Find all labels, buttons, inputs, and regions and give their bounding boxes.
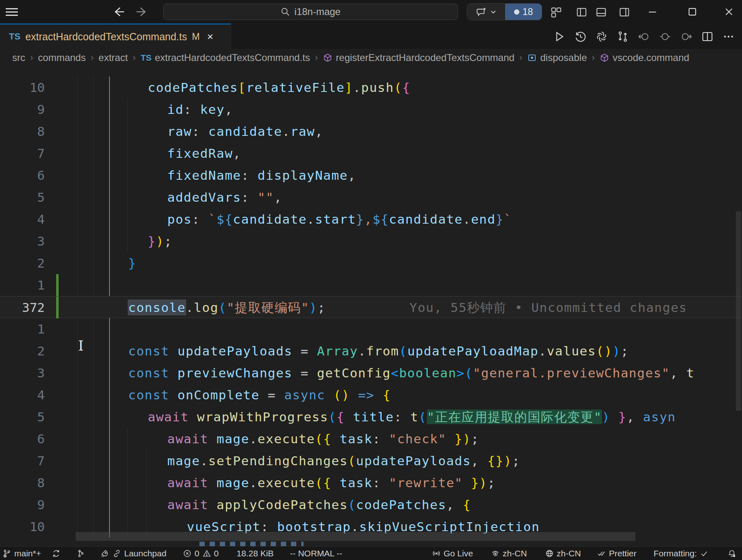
status-i18n-display-language[interactable]: zh-CN <box>491 549 527 558</box>
status-formatting-toggle[interactable]: Formatting: <box>654 549 709 558</box>
line-number[interactable]: 9 <box>0 494 45 516</box>
toggle-panel-icon[interactable] <box>595 7 607 18</box>
timeline-history-icon[interactable] <box>574 31 587 43</box>
status-prettier[interactable]: Prettier <box>597 549 637 558</box>
code-text: const updatePayloads = Array.from(update… <box>128 340 629 362</box>
line-number[interactable]: 4 <box>0 384 45 406</box>
copilot-chat-control[interactable]: 18 <box>467 3 542 20</box>
openai-chatgpt-icon[interactable] <box>595 31 608 43</box>
chat-usage-badge[interactable]: 18 <box>505 4 542 20</box>
status-notifications[interactable] <box>727 549 736 558</box>
chat-sparkle-icon <box>476 7 487 17</box>
code-line[interactable]: 4pos: `${candidate.start},${candidate.en… <box>0 208 742 230</box>
line-number[interactable]: 1 <box>0 274 45 296</box>
toggle-secondary-sidebar-icon[interactable] <box>619 7 630 18</box>
code-line[interactable]: 2const updatePayloads = Array.from(updat… <box>0 340 742 362</box>
status-label: zh-CN <box>557 549 581 558</box>
forward-arrow-icon[interactable] <box>134 5 149 19</box>
breadcrumb-item-src[interactable]: src <box>12 52 25 63</box>
code-line[interactable]: 8await mage.execute({ task: "rewrite" })… <box>0 472 742 494</box>
breadcrumb-item-extract[interactable]: extract <box>98 52 128 63</box>
line-number[interactable]: 372 <box>0 296 45 318</box>
tab-close-icon[interactable]: × <box>207 31 213 43</box>
typescript-file-icon: TS <box>140 53 151 63</box>
line-number[interactable]: 8 <box>0 472 45 494</box>
code-line[interactable]: 9await applyCodePatches(codePatches, { <box>0 494 742 516</box>
breadcrumb-label: extract <box>98 52 128 63</box>
code-line[interactable]: 6await mage.execute({ task: "check" }); <box>0 428 742 450</box>
line-number[interactable]: 10 <box>0 516 45 538</box>
compare-changes-icon[interactable] <box>617 31 629 43</box>
line-number[interactable]: 4 <box>0 208 45 230</box>
toggle-primary-sidebar-icon[interactable] <box>576 7 587 18</box>
status-sync[interactable] <box>52 549 61 558</box>
status-vim-mode[interactable]: -- NORMAL -- <box>290 549 342 558</box>
chat-button[interactable] <box>467 4 505 20</box>
status-source-control-graph[interactable] <box>76 549 85 558</box>
code-line[interactable]: 4const onComplete = async () => { <box>0 384 742 406</box>
status-problems[interactable]: 00 <box>183 549 219 558</box>
split-editor-icon[interactable] <box>701 31 714 43</box>
maximize-button[interactable] <box>686 6 698 18</box>
nav-back-icon[interactable] <box>638 31 650 43</box>
line-number[interactable]: 2 <box>0 340 45 362</box>
run-file-icon[interactable] <box>553 31 565 43</box>
code-line[interactable]: 3const previewChanges = getConfig<boolea… <box>0 362 742 384</box>
line-number[interactable]: 9 <box>0 98 45 120</box>
code-line[interactable]: 1 <box>0 274 742 296</box>
line-number[interactable]: 3 <box>0 230 45 252</box>
minimize-button[interactable] <box>646 6 659 18</box>
line-number[interactable]: 3 <box>0 362 45 384</box>
line-number[interactable]: 6 <box>0 164 45 186</box>
breadcrumb-item-vscode-command[interactable]: vscode.command <box>600 52 689 63</box>
customize-layout-icon[interactable] <box>550 7 562 18</box>
code-line[interactable]: 10codePatches[relativeFile].push({ <box>0 76 742 98</box>
code-line[interactable]: 8raw: candidate.raw, <box>0 120 742 142</box>
code-line[interactable]: 1 <box>0 318 742 340</box>
line-number[interactable]: 8 <box>0 120 45 142</box>
horizontal-scrollbar[interactable] <box>76 532 635 541</box>
line-number[interactable]: 6 <box>0 428 45 450</box>
vertical-scrollbar[interactable] <box>736 211 741 411</box>
code-line[interactable]: 9id: key, <box>0 98 742 120</box>
code-line[interactable]: 6fixedName: displayName, <box>0 164 742 186</box>
status-branch-status[interactable]: main*+ <box>2 549 41 558</box>
breadcrumb-item-extracthardcodedtextscommand-ts[interactable]: TSextractHardcodedTextsCommand.ts <box>140 52 310 63</box>
line-number[interactable]: 5 <box>0 186 45 208</box>
nav-forward-icon[interactable] <box>680 31 692 43</box>
breadcrumb-item-disposable[interactable]: disposable <box>527 52 587 63</box>
menu-icon[interactable] <box>6 6 18 17</box>
status-language-locale[interactable]: zh-CN <box>545 549 581 558</box>
close-button[interactable] <box>723 6 735 18</box>
back-arrow-icon[interactable] <box>112 5 126 19</box>
gutter-added-change-bar <box>56 296 59 318</box>
breadcrumb-item-registerextracthardcodedtextscommand[interactable]: registerExtractHardcodedTextsCommand <box>323 52 514 63</box>
line-number[interactable]: 1 <box>0 318 45 340</box>
code-editor[interactable]: 10codePatches[relativeFile].push({9id: k… <box>0 66 742 546</box>
command-center-search[interactable]: i18n-mage <box>163 4 458 20</box>
breadcrumb-separator: › <box>133 52 136 63</box>
code-line[interactable]: 5addedVars: "", <box>0 186 742 208</box>
status-file-size[interactable]: 18.28 KiB <box>236 549 274 558</box>
code-line[interactable]: 7mage.setPendingChanges(updatePayloads, … <box>0 450 742 472</box>
breadcrumb-label: disposable <box>540 52 587 63</box>
line-number[interactable]: 10 <box>0 76 45 98</box>
nav-location-icon[interactable] <box>659 31 671 43</box>
current-code-line[interactable]: 372console.log("提取硬编码");You, 55秒钟前 • Unc… <box>0 296 742 318</box>
code-line[interactable]: 2} <box>0 252 742 274</box>
status-go-live[interactable]: Go Live <box>432 549 473 558</box>
typescript-file-icon: TS <box>9 31 20 42</box>
code-line[interactable]: 5await wrapWithProgress({ title: t("正在应用… <box>0 406 742 428</box>
code-line[interactable]: 7fixedRaw, <box>0 142 742 164</box>
line-number[interactable]: 7 <box>0 142 45 164</box>
more-actions-icon[interactable] <box>722 31 735 43</box>
line-number[interactable]: 2 <box>0 252 45 274</box>
line-number[interactable]: 7 <box>0 450 45 472</box>
line-number[interactable]: 5 <box>0 406 45 428</box>
status-launchpad[interactable]: Launchpad <box>101 549 166 558</box>
breadcrumb-item-commands[interactable]: commands <box>38 52 85 63</box>
status-label: Formatting: <box>654 549 697 558</box>
tab-extractHardcodedTextsCommand[interactable]: TS extractHardcodedTextsCommand.ts M × <box>0 24 231 49</box>
code-line[interactable]: 3}); <box>0 230 742 252</box>
breadcrumb-label: src <box>12 52 25 63</box>
